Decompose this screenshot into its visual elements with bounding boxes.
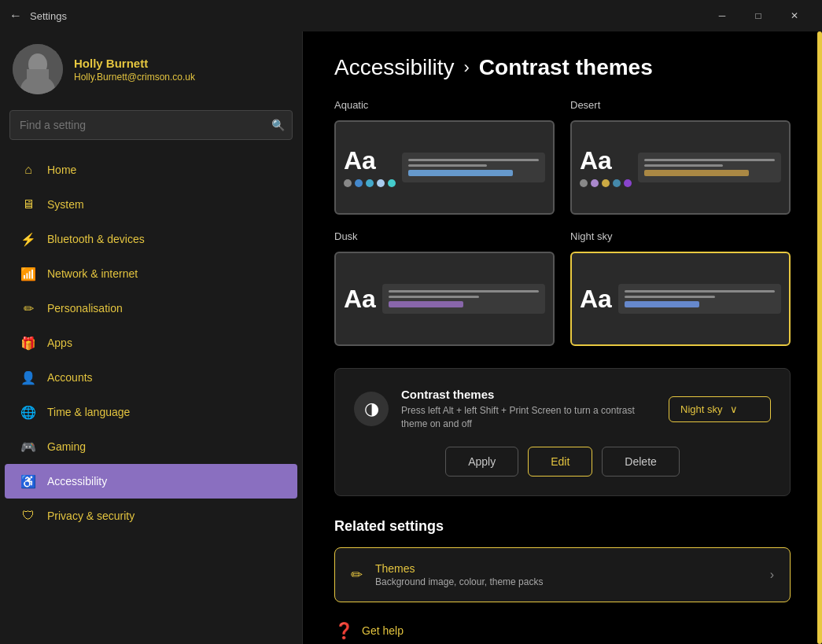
edit-button[interactable]: Edit (528, 447, 592, 477)
svg-rect-3 (27, 69, 49, 82)
sidebar-label-gaming: Gaming (47, 440, 86, 453)
sidebar-item-home[interactable]: ⌂ Home (5, 153, 297, 187)
back-button[interactable]: ← (9, 9, 22, 23)
theme-preview-aquatic: Aa (334, 120, 555, 215)
contrast-text: Contrast themes Press left Alt + left Sh… (401, 388, 656, 431)
themes-chevron-icon: › (770, 568, 774, 582)
apps-icon: 🎁 (20, 335, 36, 351)
theme-card-aquatic[interactable]: Aquatic Aa (334, 99, 555, 215)
theme-card-nightsky[interactable]: Night sky Aa (570, 230, 791, 346)
contrast-dropdown[interactable]: Night sky ∨ (669, 396, 771, 422)
mock-line-d2 (644, 164, 723, 167)
theme-preview-desert: Aa (570, 120, 791, 215)
gaming-icon: 🎮 (20, 439, 36, 454)
themes-icon: ✏ (351, 566, 363, 583)
contrast-icon: ◑ (354, 392, 389, 426)
titlebar: ← Settings ─ □ ✕ (0, 0, 822, 31)
content-area: Accessibility › Contrast themes Aquatic … (303, 31, 822, 644)
minimize-button[interactable]: ─ (704, 3, 740, 28)
privacy-icon: 🛡 (20, 508, 36, 524)
breadcrumb-current: Contrast themes (479, 55, 653, 80)
help-icon: ❓ (334, 621, 354, 640)
user-name: Holly Burnett (74, 57, 195, 70)
mock-window-aquatic (402, 153, 545, 182)
sidebar-item-gaming[interactable]: 🎮 Gaming (5, 429, 297, 464)
get-help[interactable]: ❓ Get help (334, 621, 791, 640)
theme-label-desert: Desert (570, 99, 791, 111)
theme-left-desert: Aa (580, 130, 632, 205)
breadcrumb-parent: Accessibility (334, 55, 454, 80)
search-input[interactable] (9, 110, 293, 140)
sidebar-label-accounts: Accounts (47, 371, 93, 384)
sidebar-label-personalisation: Personalisation (47, 302, 123, 315)
mock-line-1 (408, 159, 539, 161)
mock-line-ns2 (625, 296, 715, 298)
sidebar-label-time: Time & language (47, 406, 130, 418)
contrast-panel-desc: Press left Alt + left Shift + Print Scre… (401, 404, 656, 431)
scrollbar-indicator[interactable] (817, 31, 822, 644)
theme-label-aquatic: Aquatic (334, 99, 555, 111)
maximize-button[interactable]: □ (740, 3, 776, 28)
main-layout: Holly Burnett Holly.Burnett@crimson.co.u… (0, 31, 822, 644)
home-icon: ⌂ (20, 162, 36, 178)
sidebar-item-time[interactable]: 🌐 Time & language (5, 395, 297, 429)
sidebar-label-bluetooth: Bluetooth & devices (47, 233, 145, 245)
mock-bar-desert (644, 170, 749, 176)
close-button[interactable]: ✕ (776, 3, 813, 28)
mock-line-du1 (389, 290, 539, 293)
mock-window-desert (638, 153, 781, 182)
mock-bar-nightsky (625, 301, 700, 307)
related-settings-title: Related settings (334, 518, 791, 535)
sidebar-item-system[interactable]: 🖥 System (5, 187, 297, 222)
sidebar-item-privacy[interactable]: 🛡 Privacy & security (5, 499, 297, 533)
mock-window-dusk (382, 284, 545, 314)
time-icon: 🌐 (20, 404, 36, 420)
sidebar-label-accessibility: Accessibility (47, 475, 107, 488)
sidebar-label-home: Home (47, 164, 76, 176)
related-themes-text: Themes Background image, colour, theme p… (375, 562, 757, 587)
personalisation-icon: ✏ (20, 300, 36, 316)
theme-preview-nightsky: Aa (570, 252, 791, 346)
theme-aa-dusk: Aa (344, 286, 376, 311)
theme-dots-desert (580, 179, 632, 187)
dropdown-arrow-icon: ∨ (730, 403, 738, 415)
contrast-panel: ◑ Contrast themes Press left Alt + left … (334, 368, 791, 496)
sidebar-label-network: Network & internet (47, 267, 138, 280)
breadcrumb-separator: › (463, 57, 469, 78)
mock-window-nightsky (618, 284, 781, 314)
search-icon: 🔍 (271, 119, 285, 131)
mock-line-d1 (644, 159, 775, 161)
theme-aa-aquatic: Aa (344, 148, 396, 173)
theme-right-aquatic (402, 130, 545, 205)
sidebar-item-apps[interactable]: 🎁 Apps (5, 326, 297, 360)
theme-left-aquatic: Aa (344, 130, 396, 205)
delete-button[interactable]: Delete (602, 447, 679, 477)
theme-right-desert (638, 130, 781, 205)
user-section: Holly Burnett Holly.Burnett@crimson.co.u… (0, 31, 302, 110)
contrast-panel-title: Contrast themes (401, 388, 656, 401)
sidebar-label-system: System (47, 198, 84, 211)
theme-left-nightsky: Aa (580, 261, 612, 337)
apply-button[interactable]: Apply (445, 447, 518, 477)
user-info: Holly Burnett Holly.Burnett@crimson.co.u… (74, 57, 195, 83)
sidebar-item-accessibility[interactable]: ♿ Accessibility (5, 464, 297, 499)
related-card-themes[interactable]: ✏ Themes Background image, colour, theme… (334, 547, 791, 602)
sidebar-item-personalisation[interactable]: ✏ Personalisation (5, 291, 297, 326)
theme-left-dusk: Aa (344, 261, 376, 337)
breadcrumb: Accessibility › Contrast themes (334, 55, 791, 80)
sidebar-item-network[interactable]: 📶 Network & internet (5, 256, 297, 291)
mock-bar-dusk (389, 301, 464, 307)
theme-card-dusk[interactable]: Dusk Aa (334, 230, 555, 346)
sidebar-item-bluetooth[interactable]: ⚡ Bluetooth & devices (5, 222, 297, 256)
accessibility-icon: ♿ (20, 473, 36, 489)
theme-preview-dusk: Aa (334, 252, 555, 346)
mock-bar-aquatic (408, 170, 513, 176)
themes-grid: Aquatic Aa (334, 99, 791, 346)
theme-dots-aquatic (344, 179, 396, 187)
theme-card-desert[interactable]: Desert Aa (570, 99, 791, 215)
theme-aa-desert: Aa (580, 148, 632, 173)
sidebar-label-apps: Apps (47, 337, 72, 349)
titlebar-title: Settings (30, 10, 704, 22)
sidebar-item-accounts[interactable]: 👤 Accounts (5, 360, 297, 395)
sidebar: Holly Burnett Holly.Burnett@crimson.co.u… (0, 31, 303, 644)
